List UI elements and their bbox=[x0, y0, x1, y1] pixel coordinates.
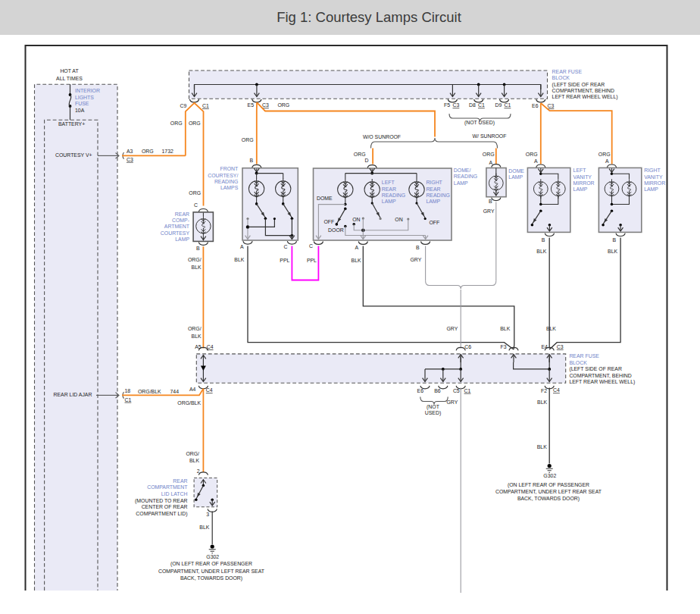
svg-text:COURTESY/: COURTESY/ bbox=[208, 173, 238, 178]
svg-text:C3: C3 bbox=[127, 157, 133, 162]
svg-text:B: B bbox=[196, 246, 200, 251]
svg-text:PPL: PPL bbox=[280, 258, 289, 263]
svg-text:C3: C3 bbox=[557, 344, 564, 349]
svg-text:LAMP: LAMP bbox=[454, 180, 468, 186]
svg-text:LEFT: LEFT bbox=[382, 180, 395, 185]
svg-text:B: B bbox=[489, 199, 492, 204]
svg-text:ORG: ORG bbox=[189, 190, 201, 196]
svg-text:C: C bbox=[284, 244, 288, 249]
svg-text:(NOT: (NOT bbox=[427, 404, 440, 410]
svg-text:C6: C6 bbox=[464, 344, 471, 349]
svg-text:BACK, TOWARDS DOOR): BACK, TOWARDS DOOR) bbox=[180, 575, 242, 581]
svg-text:BLK: BLK bbox=[536, 249, 546, 254]
svg-text:A: A bbox=[355, 245, 358, 250]
svg-text:BLK: BLK bbox=[500, 326, 510, 331]
svg-text:MIRROR: MIRROR bbox=[644, 180, 665, 186]
svg-text:B6: B6 bbox=[434, 388, 441, 393]
svg-text:B: B bbox=[612, 237, 616, 243]
svg-text:C1: C1 bbox=[125, 397, 132, 403]
svg-text:ORG: ORG bbox=[242, 137, 254, 143]
svg-text:C3: C3 bbox=[453, 102, 460, 108]
svg-text:MIRROR: MIRROR bbox=[573, 180, 595, 186]
svg-text:LAMP: LAMP bbox=[644, 186, 658, 192]
svg-text:(MOUNTED TO REAR: (MOUNTED TO REAR bbox=[135, 498, 187, 504]
svg-text:LAMP: LAMP bbox=[508, 174, 523, 180]
svg-text:E6: E6 bbox=[417, 388, 424, 393]
svg-text:READING: READING bbox=[454, 174, 477, 179]
svg-text:3: 3 bbox=[206, 512, 209, 517]
svg-text:REAR: REAR bbox=[175, 211, 189, 217]
svg-text:FUSE: FUSE bbox=[75, 101, 89, 106]
svg-text:LAMPS: LAMPS bbox=[220, 185, 239, 190]
svg-text:REAR: REAR bbox=[382, 186, 396, 192]
svg-text:BLOCK: BLOCK bbox=[569, 360, 587, 365]
svg-text:D8: D8 bbox=[469, 102, 476, 108]
svg-text:ORG/BLK: ORG/BLK bbox=[138, 389, 161, 394]
svg-text:ON: ON bbox=[352, 217, 360, 222]
svg-text:ORG: ORG bbox=[170, 121, 183, 126]
svg-text:(ON LEFT REAR OF PASSENGER: (ON LEFT REAR OF PASSENGER bbox=[508, 482, 589, 488]
svg-text:ORG/: ORG/ bbox=[188, 326, 202, 331]
svg-text:LEFT: LEFT bbox=[573, 168, 587, 173]
svg-text:D: D bbox=[365, 158, 369, 163]
svg-text:A: A bbox=[534, 158, 538, 164]
svg-text:C4: C4 bbox=[553, 387, 560, 393]
svg-text:REAR LID AJAR: REAR LID AJAR bbox=[54, 392, 92, 397]
svg-text:BLK: BLK bbox=[537, 399, 547, 405]
svg-text:GRY: GRY bbox=[446, 399, 458, 405]
svg-text:RIGHT: RIGHT bbox=[426, 180, 442, 185]
svg-text:OFF: OFF bbox=[323, 219, 334, 224]
svg-text:E4: E4 bbox=[541, 344, 548, 349]
svg-text:(LEFT SIDE OF REAR: (LEFT SIDE OF REAR bbox=[552, 82, 605, 88]
svg-text:C4: C4 bbox=[207, 344, 214, 349]
svg-text:LAMP: LAMP bbox=[175, 237, 189, 242]
svg-text:C3: C3 bbox=[262, 102, 269, 108]
svg-text:C5: C5 bbox=[453, 388, 460, 393]
svg-text:F2: F2 bbox=[541, 388, 547, 393]
svg-text:A: A bbox=[605, 158, 609, 164]
svg-text:C1: C1 bbox=[505, 102, 511, 108]
svg-text:RIGHT: RIGHT bbox=[644, 168, 661, 173]
svg-text:C4: C4 bbox=[206, 387, 213, 393]
svg-text:COMP-: COMP- bbox=[172, 218, 189, 223]
svg-text:C1: C1 bbox=[202, 103, 209, 108]
svg-text:DOOR: DOOR bbox=[328, 227, 344, 233]
svg-text:C9: C9 bbox=[180, 103, 186, 108]
svg-text:DOME/: DOME/ bbox=[454, 168, 471, 173]
svg-text:E6: E6 bbox=[532, 103, 539, 108]
svg-text:FRONT: FRONT bbox=[220, 166, 239, 171]
svg-text:C3: C3 bbox=[548, 103, 555, 108]
svg-text:Fig 1: Courtesy Lamps Circuit: Fig 1: Courtesy Lamps Circuit bbox=[277, 9, 461, 25]
svg-text:LAMP: LAMP bbox=[573, 186, 588, 192]
svg-text:READING: READING bbox=[426, 193, 449, 198]
svg-text:W/ SUNROOF: W/ SUNROOF bbox=[473, 133, 507, 139]
svg-text:REAR: REAR bbox=[173, 478, 187, 484]
svg-text:A: A bbox=[240, 244, 244, 249]
svg-text:ORG: ORG bbox=[526, 152, 538, 157]
svg-text:LAMP: LAMP bbox=[426, 199, 440, 204]
svg-text:COURTESY V+: COURTESY V+ bbox=[55, 152, 92, 158]
svg-text:COMPARTMENT, UNDER LEFT REAR S: COMPARTMENT, UNDER LEFT REAR SEAT bbox=[495, 489, 602, 494]
svg-text:G302: G302 bbox=[543, 473, 556, 478]
svg-text:VANITY: VANITY bbox=[573, 174, 592, 180]
svg-text:VANITY: VANITY bbox=[644, 174, 663, 180]
svg-text:LID LATCH: LID LATCH bbox=[161, 491, 188, 497]
svg-text:BLK: BLK bbox=[537, 444, 547, 450]
svg-text:B: B bbox=[416, 245, 420, 250]
svg-text:BLK: BLK bbox=[192, 334, 202, 339]
svg-text:BLK: BLK bbox=[352, 258, 361, 263]
svg-text:C: C bbox=[194, 202, 198, 208]
svg-text:ON: ON bbox=[395, 217, 402, 222]
svg-text:BACK, TOWARDS DOOR): BACK, TOWARDS DOOR) bbox=[517, 496, 580, 502]
svg-text:(NOT USED): (NOT USED) bbox=[464, 120, 495, 126]
svg-text:(ON LEFT REAR OF PASSENGER: (ON LEFT REAR OF PASSENGER bbox=[170, 561, 252, 567]
svg-text:LEFT REAR WHEEL WELL): LEFT REAR WHEEL WELL) bbox=[552, 94, 618, 100]
svg-text:W/O SUNROOF: W/O SUNROOF bbox=[363, 134, 401, 139]
svg-text:BLK: BLK bbox=[199, 525, 209, 530]
svg-text:A4: A4 bbox=[189, 387, 196, 392]
svg-text:REAR: REAR bbox=[426, 186, 440, 192]
svg-text:(LEFT SIDE OF REAR: (LEFT SIDE OF REAR bbox=[569, 366, 622, 372]
svg-text:BLK: BLK bbox=[192, 265, 202, 270]
svg-text:ORG: ORG bbox=[278, 102, 290, 108]
svg-text:B: B bbox=[542, 237, 545, 243]
